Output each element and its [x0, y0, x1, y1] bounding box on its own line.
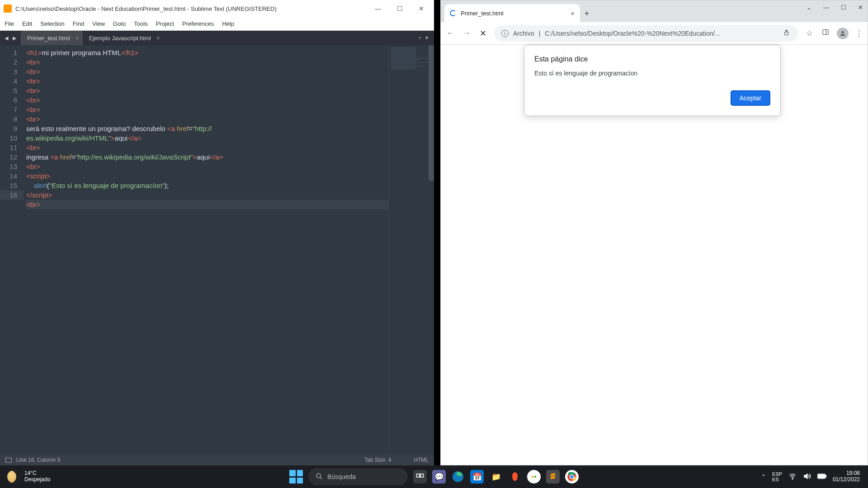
dialog-title: Esta página dice	[534, 55, 770, 63]
kebab-menu-icon[interactable]: ⋮	[855, 28, 863, 38]
chrome-toolbar: ← → ✕ i Archivo | C:/Users/nelso/Desktop…	[441, 22, 868, 45]
profile-avatar[interactable]	[837, 28, 849, 39]
tab-dropdown-icon[interactable]: ▼	[424, 35, 429, 41]
taskview-icon[interactable]	[413, 470, 427, 483]
tab-back-icon[interactable]: ◀	[3, 34, 10, 42]
system-tray: ⌃ ESP ES 19:08 01/12/2022	[761, 470, 868, 483]
tab-label: Primer_test.html	[27, 35, 70, 42]
new-tab-icon[interactable]: +	[418, 35, 421, 41]
code-line: <br>	[26, 114, 434, 124]
editor[interactable]: 1 2 3 4 5 6 7 8 9 10 11 12 13 14 15 16 <…	[0, 45, 434, 455]
stop-button[interactable]: ✕	[478, 28, 488, 38]
start-button[interactable]	[289, 470, 303, 483]
app-sublime-icon[interactable]	[546, 470, 560, 483]
line-number: 9	[0, 124, 24, 133]
language-indicator[interactable]: ESP ES	[772, 471, 782, 482]
share-icon[interactable]	[783, 29, 791, 38]
panel-icon[interactable]	[5, 458, 12, 463]
svg-point-10	[534, 476, 537, 478]
code-area[interactable]: <h1>mi primer programa HTML</h1> <br> <b…	[24, 45, 434, 455]
taskbar-search[interactable]: Búsqueda	[308, 468, 408, 485]
chrome-window-controls: ⌄ — ☐ ✕	[807, 4, 863, 11]
line-number: 13	[0, 162, 24, 171]
status-language[interactable]: HTML	[414, 457, 429, 463]
status-tabsize[interactable]: Tab Size: 4	[364, 457, 391, 463]
maximize-button[interactable]: ☐	[395, 5, 404, 12]
weather-temp: 14°C	[24, 470, 50, 477]
menu-find[interactable]: Find	[73, 20, 84, 27]
close-tab-icon[interactable]: ×	[156, 34, 160, 42]
code-line: <h1>mi primer programa HTML</h1>	[26, 48, 434, 57]
new-tab-button[interactable]: +	[580, 9, 594, 22]
app-generic-icon[interactable]	[527, 470, 541, 483]
code-line: ingresa <a href="http://es.wikipedia.org…	[26, 152, 434, 162]
chevron-down-icon[interactable]: ⌄	[807, 4, 811, 11]
app-calendar-icon[interactable]: 📅	[470, 470, 484, 483]
js-alert-dialog: Esta página dice Esto sí es lenguaje de …	[524, 45, 781, 116]
line-number: 16	[0, 190, 24, 200]
minimize-button[interactable]: —	[373, 5, 382, 12]
tray-chevron-icon[interactable]: ⌃	[761, 474, 766, 480]
bookmark-icon[interactable]: ☆	[804, 28, 814, 38]
menu-preferences[interactable]: Preferences	[182, 20, 214, 27]
search-placeholder: Búsqueda	[327, 473, 356, 480]
battery-icon[interactable]	[817, 473, 826, 481]
windows-taskbar: 14°C Despejado Búsqueda 💬 📅 📁	[0, 465, 868, 488]
close-button[interactable]: ✕	[858, 4, 863, 11]
line-number: 1	[0, 48, 24, 57]
sidepanel-icon[interactable]	[821, 28, 830, 38]
svg-rect-18	[825, 475, 826, 477]
svg-rect-6	[417, 474, 420, 477]
close-tab-icon[interactable]: ×	[75, 34, 79, 42]
window-controls: — ☐ ✕	[373, 5, 430, 12]
weather-widget[interactable]: 14°C Despejado	[0, 470, 50, 483]
menu-view[interactable]: View	[92, 20, 105, 27]
tab-ejemplo-js[interactable]: Ejemplo Javascript.html ×	[83, 31, 164, 45]
app-teams-icon[interactable]: 💬	[432, 470, 446, 483]
taskbar-center: Búsqueda 💬 📅 📁	[289, 468, 579, 485]
volume-icon[interactable]	[803, 472, 811, 482]
tab-forward-icon[interactable]: ▶	[11, 34, 18, 42]
line-number: 2	[0, 57, 24, 67]
wifi-icon[interactable]	[788, 472, 797, 482]
line-number: 11	[0, 143, 24, 152]
code-line: es.wikipedia.org/wiki/HTML">aqui</a>	[26, 133, 434, 143]
dialog-ok-button[interactable]: Aceptar	[731, 90, 770, 106]
back-button[interactable]: ←	[445, 28, 455, 38]
forward-button[interactable]: →	[462, 28, 472, 38]
svg-point-9	[532, 476, 534, 478]
minimize-button[interactable]: —	[823, 4, 829, 11]
vertical-scrollbar[interactable]	[429, 45, 434, 455]
svg-rect-19	[818, 474, 824, 478]
maximize-button[interactable]: ☐	[841, 4, 846, 11]
chrome-tabstrip: Primer_test.html × + ⌄ — ☐ ✕	[441, 0, 868, 22]
close-button[interactable]: ✕	[417, 5, 426, 12]
code-line: <br>	[26, 57, 434, 67]
app-chrome-icon[interactable]	[565, 470, 579, 483]
menu-file[interactable]: File	[5, 20, 14, 27]
svg-point-16	[792, 479, 793, 479]
menu-help[interactable]: Help	[222, 20, 234, 27]
menu-goto[interactable]: Goto	[113, 20, 126, 27]
address-bar[interactable]: i Archivo | C:/Users/nelso/Desktop/Oracl…	[494, 25, 798, 42]
menu-project[interactable]: Project	[156, 20, 174, 27]
browser-tab[interactable]: Primer_test.html ×	[444, 4, 580, 22]
close-tab-icon[interactable]: ×	[571, 9, 575, 17]
menu-tools[interactable]: Tools	[134, 20, 147, 27]
url-scheme: Archivo	[513, 30, 534, 37]
url-separator: |	[539, 30, 541, 37]
menu-selection[interactable]: Selection	[40, 20, 64, 27]
url-text: C:/Users/nelso/Desktop/Oracle%20-%20Next…	[545, 30, 779, 37]
clock[interactable]: 19:08 01/12/2022	[833, 470, 860, 483]
sublime-title: C:\Users\nelso\Desktop\Oracle - Next Edu…	[15, 5, 373, 12]
app-edge-icon[interactable]	[451, 470, 465, 483]
line-gutter: 1 2 3 4 5 6 7 8 9 10 11 12 13 14 15 16	[0, 45, 24, 455]
tab-primer-test[interactable]: Primer_test.html ×	[21, 31, 83, 45]
line-number: 8	[0, 114, 24, 124]
site-info-icon[interactable]: i	[501, 30, 509, 37]
menu-edit[interactable]: Edit	[22, 20, 32, 27]
sublime-icon	[4, 5, 12, 13]
app-explorer-icon[interactable]: 📁	[489, 470, 503, 483]
minimap[interactable]	[389, 45, 434, 455]
app-brave-icon[interactable]	[508, 470, 522, 483]
